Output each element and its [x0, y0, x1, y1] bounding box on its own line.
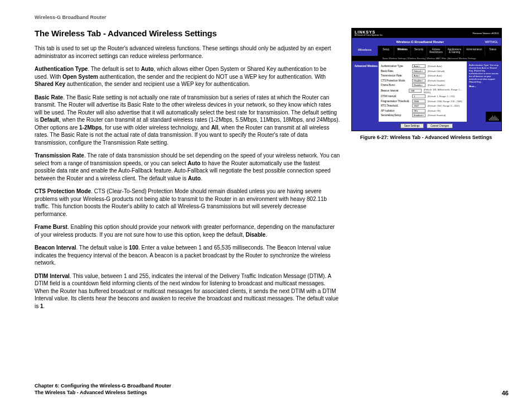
field-note: (Default: Enabled)	[428, 114, 446, 117]
tab-admin[interactable]: Administration	[464, 46, 485, 56]
ss-header: LINKSYS A Division of Cisco Systems, Inc…	[352, 28, 501, 38]
footer-chapter-line: Chapter 6: Configuring the Wireless-G Br…	[35, 382, 171, 390]
ss-button-bar: Save Settings Cancel Changes	[352, 122, 501, 131]
model-number: WRT54GL	[485, 40, 498, 44]
field-note: (Default: Auto)	[428, 74, 442, 77]
main-column: The Wireless Tab - Advanced Wireless Set…	[35, 28, 340, 315]
tab-setup[interactable]: Setup	[378, 46, 394, 56]
ss-section-label: Advanced Wireless	[352, 61, 379, 122]
running-head: Wireless-G Broadband Router	[35, 15, 509, 20]
firmware-version: Firmware Version: v8.00.0	[473, 32, 499, 35]
form-row: Basic Rate:Default ▾(Default: Default)	[381, 69, 465, 73]
label: Transmission Rate	[35, 152, 84, 159]
text-field[interactable]: 1	[412, 94, 425, 98]
para-beacon-interval: Beacon Interval. The default value is 10…	[35, 244, 340, 267]
para-dtim-interval: DTIM Interval. This value, between 1 and…	[35, 272, 340, 310]
figure-caption: Figure 6-27: Wireless Tab - Advanced Wir…	[351, 135, 501, 140]
field-note: (Default: 2346, Range: 256 - 2346)	[428, 100, 462, 103]
field-note: (Default: Auto)	[428, 65, 442, 68]
select-field[interactable]: Off ▾	[412, 109, 425, 113]
form-row: Transmission Rate:Auto ▾(Default: Auto)	[381, 74, 465, 78]
select-field[interactable]: Default ▾	[412, 69, 425, 73]
para-transmission-rate: Transmission Rate. The rate of data tran…	[35, 152, 340, 182]
ss-body: Advanced Wireless Authentication Type:Au…	[352, 61, 501, 122]
tab-apps[interactable]: Applications & Gaming	[446, 46, 464, 56]
tab-wireless[interactable]: Wireless	[394, 46, 410, 56]
select-field[interactable]: Auto ▾	[412, 74, 425, 78]
page-footer: Chapter 6: Configuring the Wireless-G Br…	[35, 382, 509, 396]
para-basic-rate: Basic Rate. The Basic Rate setting is no…	[35, 94, 340, 147]
form-row: SecureEasySetup:Enabled ▾(Default: Enabl…	[381, 113, 465, 117]
save-button[interactable]: Save Settings	[400, 123, 424, 128]
field-label: Fragmentation Threshold:	[381, 100, 412, 103]
ss-nav-tabs: Wireless Setup Wireless Security Access …	[352, 46, 501, 56]
form-row: AP Isolation:Off ▾(Default: Off)	[381, 109, 465, 113]
field-note: (Default: Default)	[428, 70, 444, 73]
form-row: RTS Threshold:2347(Default: 2347, Range:…	[381, 104, 465, 108]
select-field[interactable]: Enabled ▾	[412, 113, 425, 117]
field-note: (Default: 100, Milliseconds, Range: 1 - …	[424, 88, 465, 94]
field-label: CTS Protection Mode:	[381, 79, 412, 82]
ss-subtabs[interactable]: Basic Wireless Settings | Wireless Secur…	[352, 56, 501, 61]
form-row: Frame Burst:Disable ▾(Default: Disable)	[381, 83, 465, 87]
logo-block: LINKSYS A Division of Cisco Systems, Inc…	[355, 30, 383, 36]
field-label: Transmission Rate:	[381, 74, 412, 77]
field-note: (Default: Disable)	[428, 79, 445, 82]
ss-form: Authentication Type:Auto ▾(Default: Auto…	[379, 61, 467, 122]
label: Beacon Interval	[35, 245, 76, 251]
intro-paragraph: This tab is used to set up the Router's …	[35, 45, 340, 60]
side-column: LINKSYS A Division of Cisco Systems, Inc…	[351, 28, 509, 315]
form-row: DTIM Interval:1(Default: 1, Range: 1 - 2…	[381, 94, 465, 98]
field-label: Basic Rate:	[381, 70, 412, 73]
text-field[interactable]: 100	[409, 89, 421, 93]
linksys-logo: LINKSYS	[355, 30, 383, 34]
page-title: The Wireless Tab - Advanced Wireless Set…	[35, 28, 340, 39]
logo-subtitle: A Division of Cisco Systems, Inc.	[355, 34, 383, 36]
field-label: Beacon Interval:	[381, 89, 409, 92]
cancel-button[interactable]: Cancel Changes	[427, 123, 453, 128]
form-row: Fragmentation Threshold:2346(Default: 23…	[381, 99, 465, 103]
label: Frame Burst	[35, 224, 67, 230]
field-label: AP Isolation:	[381, 109, 412, 112]
label: DTIM Interval	[35, 273, 70, 279]
field-note: (Default: Off)	[428, 109, 441, 112]
tab-access[interactable]: Access Restrictions	[427, 46, 446, 56]
ss-product-bar: Wireless-G Broadband Router WRT54GL	[352, 38, 501, 46]
text-field[interactable]: 2346	[412, 99, 425, 103]
select-field[interactable]: Disable ▾	[412, 83, 425, 87]
help-text: Authentication Type: You may choose from…	[469, 64, 499, 83]
para-auth-type: Authentication Type. The default is set …	[35, 65, 340, 88]
columns: The Wireless Tab - Advanced Wireless Set…	[35, 28, 509, 315]
field-note: (Default: 1, Range: 1 - 255)	[428, 95, 454, 98]
select-field[interactable]: Auto ▾	[412, 64, 425, 68]
router-screenshot: LINKSYS A Division of Cisco Systems, Inc…	[351, 28, 502, 131]
field-label: RTS Threshold:	[381, 104, 412, 107]
field-label: DTIM Interval:	[381, 95, 412, 98]
tab-status[interactable]: Status	[485, 46, 501, 56]
sidebar-label: Wireless	[352, 46, 378, 56]
form-row: Authentication Type:Auto ▾(Default: Auto…	[381, 64, 465, 68]
field-label: SecureEasySetup:	[381, 114, 412, 117]
field-note: (Default: Disable)	[428, 84, 445, 87]
page-number: 46	[502, 390, 509, 396]
cisco-logo-icon	[486, 112, 501, 122]
help-more-link[interactable]: More...	[469, 85, 499, 88]
tab-security[interactable]: Security	[411, 46, 427, 56]
footer-chapter: Chapter 6: Configuring the Wireless-G Br…	[35, 382, 171, 396]
para-cts-mode: CTS Protection Mode. CTS (Clear-To-Send)…	[35, 188, 340, 218]
field-note: (Default: 2347, Range: 0 - 2347)	[428, 104, 460, 107]
footer-section-line: The Wireless Tab - Advanced Wireless Set…	[35, 389, 171, 396]
page: Wireless-G Broadband Router The Wireless…	[0, 0, 532, 412]
para-frame-burst: Frame Burst. Enabling this option should…	[35, 223, 340, 238]
select-field[interactable]: Disable ▾	[412, 79, 425, 83]
field-label: Authentication Type:	[381, 65, 412, 68]
label: Basic Rate	[35, 94, 63, 100]
form-row: CTS Protection Mode:Disable ▾(Default: D…	[381, 79, 465, 83]
field-label: Frame Burst:	[381, 84, 412, 87]
text-field[interactable]: 2347	[412, 104, 425, 108]
ss-help-panel: Authentication Type: You may choose from…	[467, 61, 501, 122]
label: Authentication Type	[35, 66, 88, 72]
form-row: Beacon Interval:100(Default: 100, Millis…	[381, 88, 465, 94]
label: CTS Protection Mode	[35, 188, 91, 194]
product-name: Wireless-G Broadband Router	[396, 40, 444, 44]
